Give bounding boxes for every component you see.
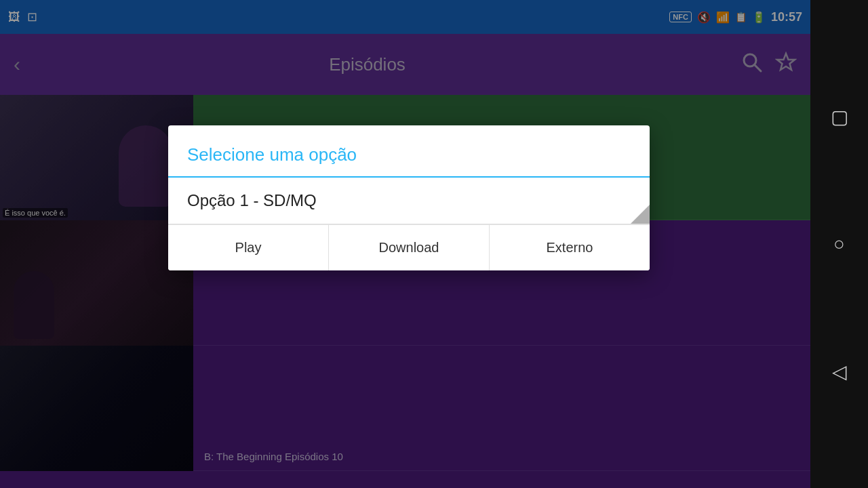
- home-button[interactable]: ○: [833, 233, 845, 255]
- dialog-title-section: Selecione uma opção: [168, 125, 650, 178]
- corner-decoration: [631, 205, 650, 224]
- play-button[interactable]: Play: [168, 225, 329, 270]
- dialog-title: Selecione uma opção: [187, 144, 357, 165]
- external-button[interactable]: Externo: [490, 225, 650, 270]
- android-nav-bar: ▢ ○ ◁: [810, 0, 868, 488]
- option-text: Opção 1 - SD/MQ: [187, 191, 317, 209]
- dialog-content: Opção 1 - SD/MQ: [168, 178, 650, 224]
- recent-apps-button[interactable]: ▢: [831, 106, 848, 128]
- dialog: Selecione uma opção Opção 1 - SD/MQ Play…: [168, 125, 650, 270]
- dialog-actions: Play Download Externo: [168, 224, 650, 270]
- back-nav-button[interactable]: ◁: [832, 361, 847, 383]
- download-button[interactable]: Download: [329, 225, 490, 270]
